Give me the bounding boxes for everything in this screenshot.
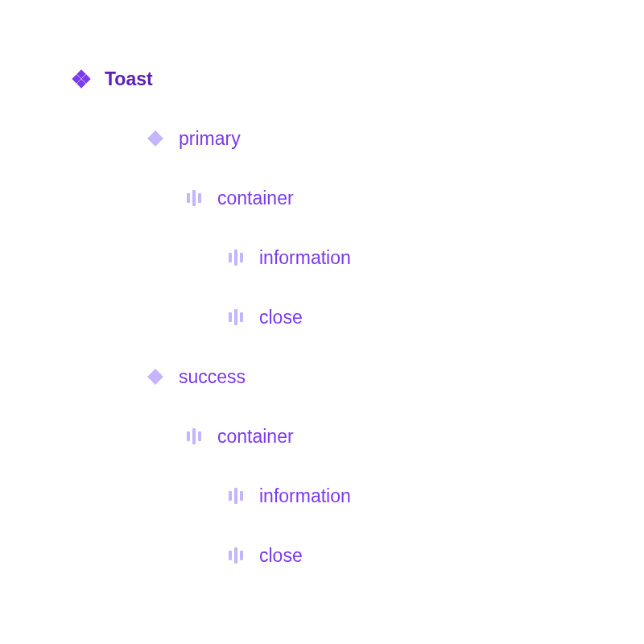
frame-icon xyxy=(185,427,203,445)
frame-icon xyxy=(227,308,245,326)
tree-item-information[interactable]: information xyxy=(227,480,572,512)
tree-item-label: success xyxy=(179,366,246,388)
tree-item-variant-success[interactable]: success xyxy=(147,361,572,393)
tree-item-label: primary xyxy=(179,128,241,150)
frame-icon xyxy=(227,249,245,266)
tree-item-container[interactable]: container xyxy=(185,182,572,214)
tree-item-label: container xyxy=(217,188,294,209)
component-set-icon xyxy=(72,70,90,88)
variant-icon xyxy=(147,130,164,147)
tree-item-label: container xyxy=(217,426,294,448)
frame-icon xyxy=(227,487,245,505)
layer-tree: Toast primary container information clos… xyxy=(72,63,572,599)
tree-item-close[interactable]: close xyxy=(227,539,572,572)
tree-item-variant-primary[interactable]: primary xyxy=(147,122,572,155)
tree-item-container[interactable]: container xyxy=(185,420,572,452)
tree-item-label: Toast xyxy=(105,68,153,90)
tree-item-label: close xyxy=(259,545,303,567)
tree-item-label: information xyxy=(259,247,351,269)
tree-item-label: close xyxy=(259,307,303,328)
frame-icon xyxy=(227,547,245,564)
tree-item-information[interactable]: information xyxy=(227,242,572,274)
frame-icon xyxy=(185,189,203,207)
tree-item-toast[interactable]: Toast xyxy=(72,63,572,95)
tree-item-label: information xyxy=(259,485,351,507)
tree-item-close[interactable]: close xyxy=(227,301,572,333)
variant-icon xyxy=(147,368,164,386)
